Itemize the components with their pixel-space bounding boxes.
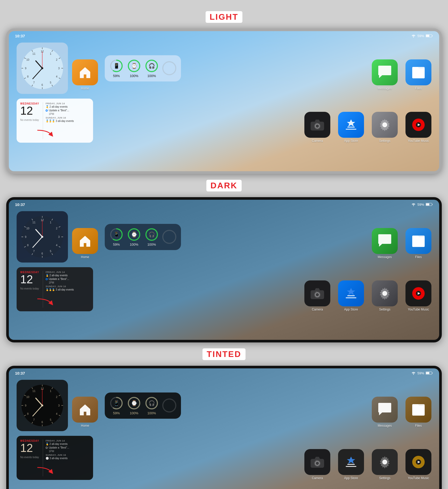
title-text-tinted: TINTED [207, 349, 241, 359]
title-text-light: LIGHT [210, 12, 239, 22]
svg-text:5: 5 [50, 418, 51, 421]
files-app-icon[interactable]: Files [405, 59, 431, 90]
signal-pct: 59% [417, 34, 424, 38]
panel-tinted: 10:37 59% [0, 363, 448, 489]
messages-app-icon[interactable]: Messages [372, 228, 398, 259]
battery-percent: 100% [147, 243, 156, 246]
settings-app-icon[interactable]: Settings [372, 112, 398, 143]
calendar-section1: FRIDAY, JUN 14 [46, 271, 89, 273]
battery-widget[interactable]: 📱 59% ⌚ 100% 🎧 100% [105, 224, 181, 250]
files-app-label: Files [415, 424, 422, 428]
battery-icon-inner: ⌚ [131, 63, 137, 69]
battery-status-icon [426, 371, 433, 375]
svg-rect-2 [432, 35, 433, 36]
event1-text: 🥇 2 all-day events [46, 105, 68, 108]
svg-text:2: 2 [56, 227, 58, 230]
messages-app-icon[interactable]: Messages [372, 59, 398, 90]
calendar-event1: 🥇 2 all-day events [46, 105, 89, 108]
home-app-icon[interactable]: Home [72, 397, 98, 428]
home-app-icon[interactable]: Home [72, 59, 98, 90]
calendar-no-events: No events today [20, 119, 40, 121]
svg-point-97 [316, 293, 319, 296]
event3-text: 🥇🥇🥇 3 all-day events [46, 288, 74, 291]
files-app-icon[interactable]: Files [405, 228, 431, 259]
appstore-app-icon[interactable]: App Store [338, 112, 364, 143]
settings-app-icon[interactable]: Settings [372, 280, 398, 311]
svg-text:10: 10 [26, 227, 30, 230]
svg-point-44 [316, 125, 319, 128]
clock-widget[interactable]: 121234567891011 [17, 43, 68, 94]
settings-app-label: Settings [379, 139, 390, 143]
camera-icon-wrap [304, 112, 330, 138]
icon-row-1: 121234567891011 Home [17, 380, 431, 431]
messages-app-icon[interactable]: Messages [372, 397, 398, 428]
messages-app-label: Messages [378, 255, 392, 259]
camera-app-icon[interactable]: Camera [304, 449, 330, 480]
settings-app-label: Settings [379, 308, 390, 311]
icon-row-1: 121234567891011 Home [17, 43, 431, 94]
ytmusic-icon-wrap [405, 112, 431, 138]
calendar-section3: SUNDAY, JUN 16 [46, 285, 89, 288]
battery-item: 🎧 100% [145, 59, 159, 78]
battery-percent: 100% [147, 74, 156, 78]
title-badge-dark: DARK [206, 180, 242, 191]
status-right: 59% [411, 203, 433, 206]
event3-text: 🥇🥇🥇 3 all-day events [46, 120, 74, 122]
battery-icon-inner: 🎧 [149, 400, 155, 406]
svg-text:2: 2 [56, 58, 58, 61]
calendar-event2-time: 1PM [46, 450, 89, 453]
home-app-svg [77, 402, 93, 417]
calendar-event1: 🥇 2 all-day events [46, 443, 89, 445]
svg-point-53 [413, 205, 414, 206]
event2-time: 1PM [46, 113, 54, 115]
title-badge-tinted: TINTED [202, 348, 246, 360]
camera-app-icon[interactable]: Camera [304, 112, 330, 143]
battery-item: ⌚ 100% [127, 59, 141, 78]
files-app-icon[interactable]: Files [405, 397, 431, 428]
appstore-app-label: App Store [344, 308, 358, 311]
appstore-icon-wrap [338, 280, 364, 306]
panel-light: 10:37 59% [0, 26, 448, 176]
home-app-icon[interactable]: Home [72, 228, 98, 259]
home-app-label: Home [81, 87, 89, 90]
svg-text:2: 2 [56, 396, 58, 398]
ytmusic-app-icon[interactable]: YouTube Music [405, 449, 431, 480]
clock-widget[interactable]: 121234567891011 [17, 211, 68, 263]
calendar-widget[interactable]: WEDNESDAY 12 No events today FRIDAY, JUN… [17, 436, 93, 480]
svg-text:8: 8 [27, 244, 29, 247]
svg-text:4: 4 [56, 244, 58, 247]
home-app-svg [77, 65, 93, 80]
svg-text:7: 7 [33, 81, 35, 84]
event3-text: ⚪ 3 all-day events [46, 457, 68, 460]
files-svg [411, 65, 426, 80]
appstore-app-icon[interactable]: App Store [338, 280, 364, 311]
camera-app-label: Camera [312, 308, 323, 311]
home-screen-light: 121234567891011 Home [9, 40, 439, 171]
camera-app-label: Camera [312, 139, 323, 143]
ytmusic-app-icon[interactable]: YouTube Music [405, 280, 431, 311]
ipad-screen-dark: 10:37 59% [9, 200, 439, 340]
ytmusic-app-icon[interactable]: YouTube Music [405, 112, 431, 143]
camera-app-icon[interactable]: Camera [304, 280, 330, 311]
battery-ring: 🎧 [145, 396, 159, 410]
appstore-app-icon[interactable]: App Store [338, 449, 364, 480]
battery-item-empty [162, 398, 176, 412]
svg-text:10: 10 [26, 58, 30, 61]
battery-percent: 100% [130, 74, 138, 78]
calendar-widget[interactable]: WEDNESDAY 12 No events today FRIDAY, JUN… [17, 267, 93, 311]
clock-widget[interactable]: 121234567891011 [17, 380, 68, 431]
battery-icon-inner: 📱 [113, 63, 120, 69]
calendar-section3: SUNDAY, JUN 16 [46, 454, 89, 456]
camera-svg [310, 118, 325, 132]
svg-point-98 [316, 291, 317, 292]
home-app-icon-wrap [72, 228, 98, 254]
messages-svg [377, 234, 393, 248]
ipad-screen-light: 10:37 59% [9, 31, 439, 171]
settings-app-icon[interactable]: Settings [372, 449, 398, 480]
messages-icon-wrap [372, 59, 398, 85]
battery-widget[interactable]: 📱 59% ⌚ 100% 🎧 100% [105, 392, 181, 419]
status-time: 10:37 [15, 34, 25, 38]
calendar-widget[interactable]: WEDNESDAY 12 No events today FRIDAY, JUN… [17, 99, 93, 143]
battery-widget[interactable]: 📱 59% ⌚ 100% 🎧 100% [105, 55, 181, 81]
annotation-arrow-wrap [35, 128, 55, 139]
